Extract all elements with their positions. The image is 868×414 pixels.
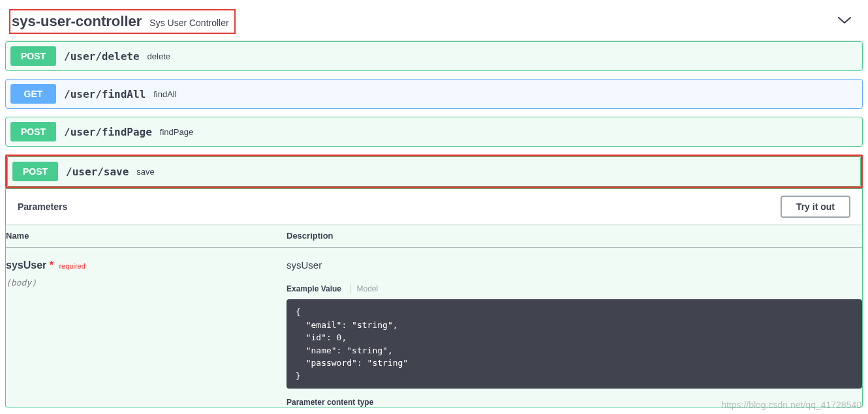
endpoint-path: /user/delete <box>56 50 147 63</box>
chevron-down-icon[interactable] <box>838 16 851 27</box>
endpoint-user-findpage[interactable]: POST /user/findPage findPage <box>5 117 863 147</box>
param-name: sysUser <box>6 259 46 271</box>
endpoint-user-delete[interactable]: POST /user/delete delete <box>5 41 863 71</box>
column-header-name: Name <box>6 224 287 248</box>
tab-model[interactable]: Model <box>350 284 384 293</box>
try-it-out-button[interactable]: Try it out <box>781 196 850 218</box>
endpoint-path: /user/findAll <box>56 88 153 100</box>
endpoint-user-save[interactable]: POST /user/save save <box>7 156 861 186</box>
controller-description: Sys User Controller <box>149 18 228 28</box>
controller-title-highlight: sys-user-controller Sys User Controller <box>9 9 236 34</box>
required-label: required <box>59 262 85 270</box>
endpoint-user-save-highlight: POST /user/save save <box>5 155 863 188</box>
column-header-description: Description <box>287 224 862 248</box>
endpoint-summary: save <box>136 167 154 177</box>
endpoint-path: /user/findPage <box>56 126 160 138</box>
http-method-badge: POST <box>10 46 56 66</box>
http-method-badge: POST <box>12 162 58 181</box>
tab-example-value[interactable]: Example Value <box>287 284 347 293</box>
param-in: (body) <box>6 278 287 288</box>
endpoint-path: /user/save <box>58 166 136 178</box>
controller-header[interactable]: sys-user-controller Sys User Controller <box>5 3 863 41</box>
endpoint-user-save-body: Parameters Try it out Name Description s… <box>5 188 863 407</box>
http-method-badge: POST <box>10 122 56 141</box>
param-description: sysUser <box>287 259 862 271</box>
required-star-icon: * <box>50 259 54 271</box>
endpoint-summary: findAll <box>153 89 176 99</box>
parameters-table: Name Description sysUser * required (bod… <box>6 224 862 407</box>
parameter-row: sysUser * required (body) sysUser Exampl… <box>6 248 862 407</box>
parameters-title: Parameters <box>18 201 67 212</box>
example-json-block[interactable]: { "email": "string", "id": 0, "name": "s… <box>287 299 862 389</box>
endpoint-user-findall[interactable]: GET /user/findAll findAll <box>5 79 863 109</box>
content-type-label: Parameter content type <box>287 398 862 407</box>
parameters-header: Parameters Try it out <box>6 189 862 224</box>
model-tabs: Example Value Model <box>287 282 862 294</box>
endpoint-summary: findPage <box>160 127 193 137</box>
endpoint-summary: delete <box>147 52 170 61</box>
controller-name: sys-user-controller <box>12 13 142 30</box>
http-method-badge: GET <box>10 84 56 104</box>
